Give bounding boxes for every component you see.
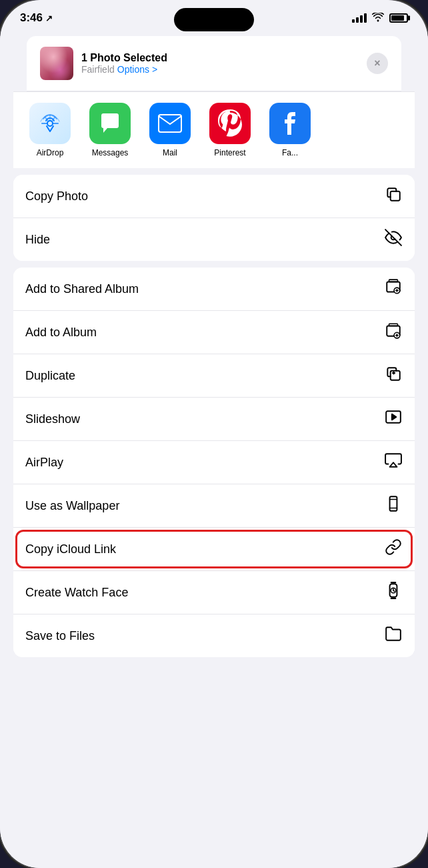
copy-photo-icon <box>384 185 403 207</box>
screen: 3:46 ↗ <box>0 0 428 868</box>
facebook-icon-bg <box>269 103 311 144</box>
icloud-link-label: Copy iCloud Link <box>25 542 116 556</box>
status-icons <box>352 13 408 24</box>
phone-frame: 3:46 ↗ <box>0 0 428 868</box>
messages-label: Messages <box>92 148 129 157</box>
signal-icon <box>352 13 367 23</box>
save-files-icon <box>384 625 403 646</box>
save-files-item[interactable]: Save to Files <box>13 614 415 657</box>
status-time: 3:46 ↗ <box>20 11 53 25</box>
wallpaper-item[interactable]: Use as Wallpaper <box>13 484 415 528</box>
svg-line-22 <box>393 590 395 591</box>
share-header: 1 Photo Selected Fairfield Options > × <box>27 36 401 91</box>
icloud-link-item[interactable]: Copy iCloud Link <box>13 528 415 571</box>
action-group-2: Add to Shared Album Add to Alb <box>13 268 415 657</box>
location-icon: ↗ <box>45 13 53 23</box>
airplay-icon <box>384 452 403 473</box>
app-item-pinterest[interactable]: Pinterest <box>200 103 260 157</box>
messages-icon-bg <box>89 103 131 144</box>
duplicate-label: Duplicate <box>25 369 75 383</box>
share-sheet: 1 Photo Selected Fairfield Options > × <box>0 36 428 868</box>
shared-album-icon <box>384 278 403 300</box>
app-item-facebook[interactable]: Fa... <box>260 103 320 157</box>
mail-icon-bg <box>149 103 191 144</box>
header-container: 1 Photo Selected Fairfield Options > × <box>13 36 415 91</box>
slideshow-icon <box>384 408 403 430</box>
dynamic-island <box>174 8 254 31</box>
svg-rect-5 <box>389 280 398 282</box>
svg-rect-14 <box>390 496 397 511</box>
app-item-messages[interactable]: Messages <box>80 103 140 157</box>
facebook-label: Fa... <box>282 148 298 157</box>
pinterest-icon-bg <box>209 103 251 144</box>
divider-1 <box>0 168 428 175</box>
airdrop-label: AirDrop <box>37 148 64 157</box>
options-link[interactable]: Options > <box>117 64 157 75</box>
photo-count-title: 1 Photo Selected <box>81 52 167 64</box>
album-icon <box>384 322 403 343</box>
slideshow-item[interactable]: Slideshow <box>13 398 415 441</box>
svg-marker-13 <box>390 462 397 467</box>
hide-label: Hide <box>25 233 50 247</box>
airdrop-icon <box>29 103 71 144</box>
pinterest-label: Pinterest <box>214 148 245 157</box>
content-area: 1 Photo Selected Fairfield Options > × <box>0 36 428 868</box>
wifi-icon <box>372 13 384 24</box>
add-shared-album-item[interactable]: Add to Shared Album <box>13 268 415 311</box>
mail-label: Mail <box>163 148 177 157</box>
copy-photo-item[interactable]: Copy Photo <box>13 175 415 218</box>
location-label: Fairfield <box>81 64 115 75</box>
bottom-spacer <box>0 657 428 677</box>
wallpaper-label: Use as Wallpaper <box>25 499 119 513</box>
add-album-label: Add to Album <box>25 326 97 340</box>
wallpaper-icon <box>384 495 403 516</box>
duplicate-icon <box>384 365 403 386</box>
watch-face-label: Create Watch Face <box>25 586 128 600</box>
duplicate-item[interactable]: Duplicate <box>13 354 415 398</box>
apps-row: AirDrop Messages <box>13 91 415 168</box>
time-display: 3:46 <box>20 11 43 25</box>
hide-icon <box>384 229 403 250</box>
save-files-label: Save to Files <box>25 629 95 643</box>
airplay-item[interactable]: AirPlay <box>13 441 415 484</box>
airplay-label: AirPlay <box>25 456 63 470</box>
battery-icon <box>389 13 408 23</box>
add-shared-album-label: Add to Shared Album <box>25 282 139 296</box>
copy-photo-label: Copy Photo <box>25 189 88 203</box>
close-button[interactable]: × <box>367 53 388 74</box>
svg-marker-12 <box>392 414 397 420</box>
add-album-item[interactable]: Add to Album <box>13 311 415 354</box>
watch-face-icon <box>384 582 403 603</box>
hide-item[interactable]: Hide <box>13 218 415 261</box>
svg-rect-10 <box>391 371 400 380</box>
app-item-mail[interactable]: Mail <box>140 103 200 157</box>
photo-thumbnail <box>40 47 73 80</box>
app-item-airdrop[interactable]: AirDrop <box>20 103 80 157</box>
icloud-link-icon <box>384 538 403 560</box>
action-group-1: Copy Photo Hide <box>13 175 415 261</box>
svg-rect-2 <box>391 191 400 201</box>
slideshow-label: Slideshow <box>25 412 80 426</box>
svg-rect-8 <box>389 324 398 326</box>
divider-2 <box>0 261 428 268</box>
watch-face-item[interactable]: Create Watch Face <box>13 571 415 614</box>
share-title-group: 1 Photo Selected Fairfield Options > <box>81 52 167 75</box>
share-header-left: 1 Photo Selected Fairfield Options > <box>40 47 167 80</box>
